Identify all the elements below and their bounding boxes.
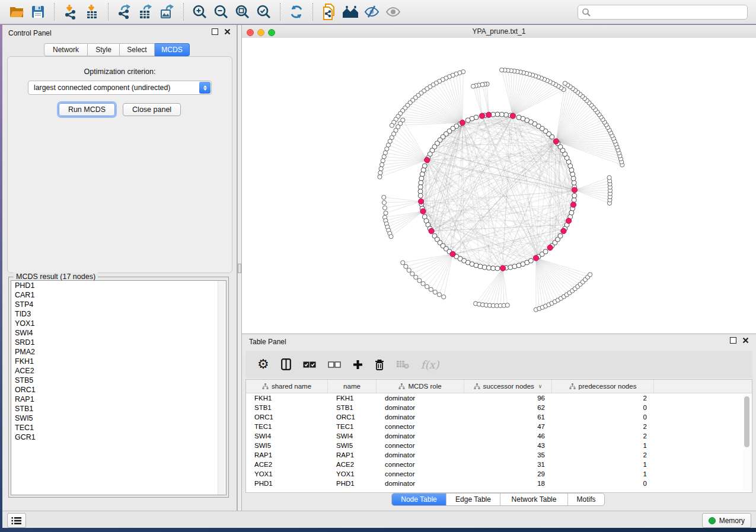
columns-icon[interactable] xyxy=(281,357,291,372)
table-row[interactable]: TEC1TEC1connector472 xyxy=(246,422,752,431)
cell-name: RAP1 xyxy=(328,450,377,460)
cell-name: PHD1 xyxy=(328,479,377,488)
column-header-shared-name[interactable]: shared name xyxy=(246,380,328,393)
column-header-name[interactable]: name xyxy=(328,380,377,393)
close-icon[interactable] xyxy=(224,28,231,35)
table-row[interactable]: SWI4SWI4dominator462 xyxy=(246,431,752,441)
mcds-result-item[interactable]: TID3 xyxy=(11,309,226,319)
network-overview-icon[interactable] xyxy=(342,3,359,21)
save-icon[interactable] xyxy=(29,3,47,21)
export-image-icon[interactable] xyxy=(158,3,176,21)
close-panel-button[interactable]: Close panel xyxy=(123,103,181,116)
table-scrollbar-thumb[interactable] xyxy=(744,396,749,447)
cell-successor_nodes: 18 xyxy=(464,479,552,488)
export-table-icon[interactable] xyxy=(137,3,155,21)
show-eye-icon[interactable] xyxy=(384,3,402,21)
table-row[interactable]: RAP1RAP1dominator352 xyxy=(246,450,752,460)
column-header-MCDS-role[interactable]: MCDS role xyxy=(377,380,464,393)
cell-name: STB1 xyxy=(328,403,377,412)
network-canvas[interactable] xyxy=(242,38,756,334)
float-icon[interactable] xyxy=(730,337,736,344)
cell-name: FKH1 xyxy=(328,393,377,403)
refresh-icon[interactable] xyxy=(288,3,305,21)
mcds-result-item[interactable]: SRD1 xyxy=(11,338,226,347)
table-row[interactable]: ACE2ACE2connector311 xyxy=(246,460,752,469)
import-table-icon[interactable] xyxy=(83,3,101,21)
delete-table-icon xyxy=(396,357,409,372)
table-row[interactable]: STB1STB1dominator620 xyxy=(246,403,752,412)
mcds-result-item[interactable]: SWI5 xyxy=(11,414,226,423)
tab-select[interactable]: Select xyxy=(120,43,155,56)
network-title: YPA_prune.txt_1 xyxy=(242,27,756,36)
float-icon[interactable] xyxy=(212,28,218,35)
tab-network-table[interactable]: Network Table xyxy=(500,493,568,505)
close-icon[interactable] xyxy=(742,337,749,344)
memory-label: Memory xyxy=(719,517,745,525)
export-network-icon[interactable] xyxy=(116,3,133,21)
table-row[interactable]: PHD1PHD1dominator180 xyxy=(246,479,752,488)
open-folder-icon[interactable] xyxy=(8,3,25,21)
mcds-result-item[interactable]: SWI4 xyxy=(11,328,226,338)
mcds-result-item[interactable]: RAP1 xyxy=(11,395,226,404)
hide-eye-icon[interactable] xyxy=(363,3,381,21)
cell-shared_name: ORC1 xyxy=(246,412,328,422)
mcds-result-item[interactable]: YOX1 xyxy=(11,319,226,328)
delete-icon[interactable] xyxy=(375,357,384,372)
panel-splitter[interactable] xyxy=(237,25,242,511)
search-field[interactable] xyxy=(578,5,748,20)
tab-motifs[interactable]: Motifs xyxy=(568,493,604,505)
table-row[interactable]: FKH1FKH1dominator962 xyxy=(246,393,752,403)
tab-mcds[interactable]: MCDS xyxy=(155,43,190,56)
memory-button[interactable]: Memory xyxy=(702,513,751,528)
network-graph[interactable] xyxy=(242,38,756,334)
mcds-result-item[interactable]: PHD1 xyxy=(11,281,226,290)
task-history-button[interactable] xyxy=(7,513,26,528)
mcds-result-item[interactable]: GCR1 xyxy=(11,432,226,442)
table-panel-title: Table Panel xyxy=(249,338,286,346)
zoom-fit-icon[interactable] xyxy=(234,3,251,21)
mcds-result-item[interactable]: FKH1 xyxy=(11,357,226,366)
node-table[interactable]: shared namenameMCDS rolesuccessor nodes∨… xyxy=(245,379,752,493)
mcds-result-item[interactable]: ORC1 xyxy=(11,385,226,395)
zoom-in-icon[interactable] xyxy=(191,3,209,21)
select-all-icon[interactable] xyxy=(303,357,316,372)
tab-edge-table[interactable]: Edge Table xyxy=(446,493,500,505)
gear-icon[interactable]: ⚙ xyxy=(257,357,269,372)
mcds-result-item[interactable]: ACE2 xyxy=(11,366,226,376)
table-scrollbar[interactable] xyxy=(743,394,751,491)
cell-successor_nodes: 43 xyxy=(464,441,552,450)
splitter-grip[interactable] xyxy=(238,264,241,273)
table-row[interactable]: SWI5SWI5connector431 xyxy=(246,441,752,450)
cell-name: ORC1 xyxy=(328,412,377,422)
column-header-successor-nodes[interactable]: successor nodes∨ xyxy=(464,380,552,393)
tab-node-table[interactable]: Node Table xyxy=(392,493,446,505)
zoom-out-icon[interactable] xyxy=(212,3,230,21)
tab-style[interactable]: Style xyxy=(88,43,120,56)
run-mcds-button[interactable]: Run MCDS xyxy=(59,103,115,116)
deselect-all-icon[interactable] xyxy=(328,357,341,372)
table-row[interactable]: ORC1ORC1dominator610 xyxy=(246,412,752,422)
mcds-result-list[interactable]: PHD1CAR1STP4TID3YOX1SWI4SRD1PMA2FKH1ACE2… xyxy=(11,280,227,495)
mcds-result-item[interactable]: PMA2 xyxy=(11,347,226,357)
cell-mcds_role: dominator xyxy=(377,450,464,460)
mcds-result-item[interactable]: STB5 xyxy=(11,376,226,385)
mcds-list-scrollbar[interactable] xyxy=(218,281,226,495)
cell-predecessor_nodes: 2 xyxy=(552,450,654,460)
cell-name: SWI5 xyxy=(328,441,377,450)
status-bar: Memory xyxy=(2,511,756,528)
tab-network[interactable]: Network xyxy=(44,43,88,56)
clone-network-icon[interactable] xyxy=(320,3,338,21)
mcds-result-item[interactable]: STB1 xyxy=(11,404,226,414)
criterion-dropdown[interactable]: largest connected component (undirected) xyxy=(28,81,212,95)
zoom-selected-icon[interactable] xyxy=(255,3,273,21)
import-network-icon[interactable] xyxy=(62,3,79,21)
column-header-predecessor-nodes[interactable]: predecessor nodes xyxy=(552,380,654,393)
search-input[interactable] xyxy=(591,8,747,17)
cell-successor_nodes: 61 xyxy=(464,412,552,422)
mcds-result-item[interactable]: STP4 xyxy=(11,300,226,309)
mcds-result-item[interactable]: TEC1 xyxy=(11,423,226,432)
add-icon[interactable] xyxy=(353,357,363,372)
table-row[interactable]: YOX1YOX1connector291 xyxy=(246,469,752,479)
mcds-result-item[interactable]: CAR1 xyxy=(11,290,226,300)
table-tabs: Node TableEdge TableNetwork TableMotifs xyxy=(391,493,605,506)
